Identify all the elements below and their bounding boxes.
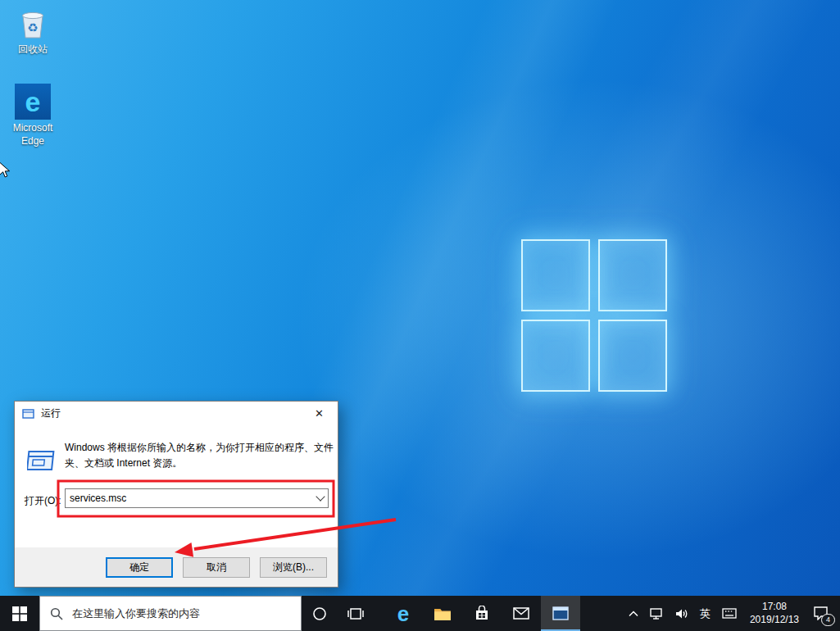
taskbar-search-box[interactable] — [39, 596, 302, 631]
chevron-up-icon — [629, 611, 638, 617]
browse-button[interactable]: 浏览(B)... — [260, 557, 327, 578]
clock-date: 2019/12/13 — [750, 614, 799, 627]
cortana-icon — [312, 606, 327, 621]
run-dialog-titlebar[interactable]: 运行 ✕ — [15, 402, 338, 425]
edge-icon: e — [14, 84, 52, 120]
cortana-button[interactable] — [302, 596, 338, 631]
windows-logo-pane — [521, 239, 590, 311]
windows-logo-pane — [598, 239, 667, 311]
file-explorer-icon — [434, 606, 452, 621]
edge-icon: e — [397, 603, 409, 624]
taskbar-store-button[interactable] — [462, 596, 502, 631]
mail-icon — [513, 607, 529, 620]
app-window-icon — [552, 606, 569, 620]
task-view-button[interactable] — [338, 596, 374, 631]
run-dialog: 运行 ✕ Windows 将根据你所输入的名称，为你打开相应的程序、文件夹、文档… — [14, 401, 338, 588]
action-center-button[interactable]: 4 — [806, 596, 838, 631]
desktop-icon-label: 回收站 — [1, 43, 65, 57]
search-icon — [50, 607, 63, 620]
chevron-down-icon[interactable] — [312, 489, 328, 507]
desktop-icon-microsoft-edge[interactable]: e Microsoft Edge — [1, 84, 65, 148]
taskbar-mail-button[interactable] — [502, 596, 541, 631]
taskbar: e — [0, 596, 840, 631]
start-button[interactable] — [0, 596, 39, 631]
windows-logo-pane — [521, 320, 590, 392]
desktop-screen: ♻ 回收站 e Microsoft Edge 运行 ✕ — [0, 0, 840, 631]
cancel-button[interactable]: 取消 — [183, 557, 250, 578]
windows-start-icon — [12, 606, 27, 621]
taskbar-file-explorer-button[interactable] — [423, 596, 462, 631]
network-icon — [650, 608, 664, 620]
ok-button[interactable]: 确定 — [106, 557, 173, 578]
microsoft-store-icon — [474, 606, 489, 621]
ime-label: 英 — [700, 606, 711, 621]
taskbar-edge-button[interactable]: e — [384, 596, 423, 631]
taskbar-active-window-button[interactable] — [541, 596, 580, 631]
desktop-icon-label: Microsoft Edge — [1, 122, 65, 148]
open-field-label: 打开(O): — [25, 494, 61, 508]
speaker-icon — [675, 608, 688, 620]
run-dialog-description: Windows 将根据你所输入的名称，为你打开相应的程序、文件夹、文档或 Int… — [65, 440, 340, 470]
run-program-icon — [27, 447, 58, 476]
network-status-button[interactable] — [644, 596, 670, 631]
run-dialog-icon — [22, 408, 35, 420]
taskbar-search-input[interactable] — [70, 606, 294, 620]
close-icon[interactable]: ✕ — [301, 402, 338, 425]
touch-keyboard-button[interactable] — [716, 596, 742, 631]
taskbar-separator — [374, 596, 384, 631]
task-view-icon — [347, 607, 364, 620]
ime-language-indicator[interactable]: 英 — [694, 596, 716, 631]
notification-count-badge: 4 — [821, 614, 835, 626]
windows-logo-wallpaper — [521, 239, 667, 392]
touch-keyboard-icon — [722, 608, 737, 619]
run-dialog-button-row: 确定 取消 浏览(B)... — [15, 547, 338, 587]
taskbar-clock[interactable]: 17:08 2019/12/13 — [742, 596, 806, 631]
run-command-combobox[interactable] — [65, 488, 329, 508]
clock-time: 17:08 — [762, 601, 787, 614]
svg-text:♻: ♻ — [27, 20, 38, 34]
run-command-input[interactable] — [66, 489, 312, 507]
system-tray: 英 17:08 2019/12/13 4 — [623, 596, 840, 631]
run-dialog-title: 运行 — [41, 406, 301, 420]
windows-logo-pane — [598, 320, 667, 392]
tray-overflow-button[interactable] — [623, 596, 644, 631]
desktop-icon-recycle-bin[interactable]: ♻ 回收站 — [1, 5, 65, 57]
mouse-cursor — [0, 161, 11, 182]
volume-button[interactable] — [670, 596, 694, 631]
recycle-bin-icon: ♻ — [14, 5, 52, 41]
